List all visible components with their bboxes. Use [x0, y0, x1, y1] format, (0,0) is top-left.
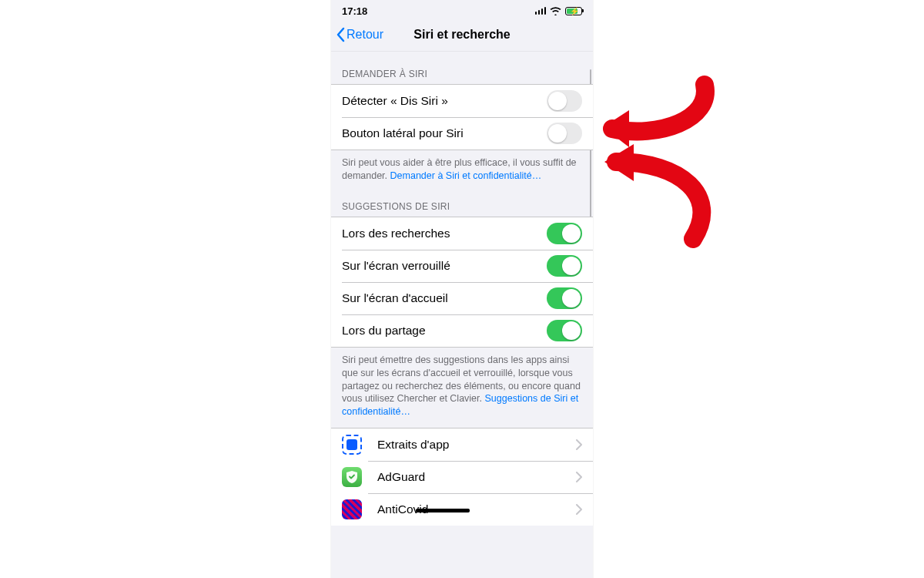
toggle-detect-hey-siri[interactable]	[547, 90, 582, 112]
battery-icon: ⚡	[565, 7, 582, 15]
annotation-arrow-1	[597, 73, 720, 166]
row-suggestion-lockscreen[interactable]: Sur l'écran verrouillé	[331, 250, 593, 282]
chevron-right-icon	[576, 504, 582, 515]
row-label: Sur l'écran d'accueil	[342, 291, 547, 305]
row-suggestion-search[interactable]: Lors des recherches	[331, 217, 593, 250]
row-label: Lors du partage	[342, 324, 547, 338]
toggle-suggestion-sharing[interactable]	[547, 320, 582, 341]
section-header-ask-siri: DEMANDER À SIRI	[331, 52, 593, 84]
row-label: Lors des recherches	[342, 227, 547, 240]
chevron-right-icon	[576, 439, 582, 450]
section-footer-suggestions: Siri peut émettre des suggestions dans l…	[331, 348, 593, 428]
app-clips-icon	[342, 435, 362, 455]
back-button[interactable]: Retour	[336, 27, 383, 42]
row-label: Sur l'écran verrouillé	[342, 259, 547, 273]
row-label: Bouton latéral pour Siri	[342, 126, 547, 140]
adguard-icon	[342, 467, 362, 487]
anticovid-icon	[342, 499, 362, 519]
annotation-arrow-2	[597, 127, 720, 250]
toggle-suggestion-homescreen[interactable]	[547, 287, 582, 309]
toggle-suggestion-lockscreen[interactable]	[547, 255, 582, 277]
toggle-side-button-siri[interactable]	[547, 123, 582, 144]
nav-bar: Retour Siri et recherche	[331, 18, 593, 52]
phone-frame: 17:18 ⚡ Retour Siri et recherche DEMANDE…	[331, 0, 593, 578]
row-label: Détecter « Dis Siri »	[342, 94, 547, 108]
wifi-icon	[550, 7, 561, 15]
status-time: 17:18	[342, 5, 367, 17]
chevron-left-icon	[336, 27, 345, 42]
row-app-adguard[interactable]: AdGuard	[331, 461, 593, 493]
app-label: AdGuard	[377, 470, 568, 484]
row-app-anticovid[interactable]: AntiCovid	[331, 493, 593, 526]
row-side-button-siri[interactable]: Bouton latéral pour Siri	[331, 117, 593, 150]
section-footer-ask-siri: Siri peut vous aider à être plus efficac…	[331, 150, 593, 192]
app-label: Extraits d'app	[377, 438, 568, 452]
row-app-clips[interactable]: Extraits d'app	[331, 428, 593, 461]
row-detect-hey-siri[interactable]: Détecter « Dis Siri »	[331, 84, 593, 117]
app-label: AntiCovid	[377, 502, 568, 516]
row-suggestion-homescreen[interactable]: Sur l'écran d'accueil	[331, 282, 593, 314]
toggle-suggestion-search[interactable]	[547, 223, 582, 244]
chevron-right-icon	[576, 472, 582, 482]
status-bar: 17:18 ⚡	[331, 0, 593, 18]
redaction-bar	[416, 509, 470, 512]
row-suggestion-sharing[interactable]: Lors du partage	[331, 314, 593, 348]
back-label: Retour	[346, 28, 383, 42]
cellular-icon	[535, 7, 547, 15]
section-header-suggestions: SUGGESTIONS DE SIRI	[331, 192, 593, 217]
link-siri-privacy[interactable]: Demander à Siri et confidentialité…	[390, 170, 542, 181]
